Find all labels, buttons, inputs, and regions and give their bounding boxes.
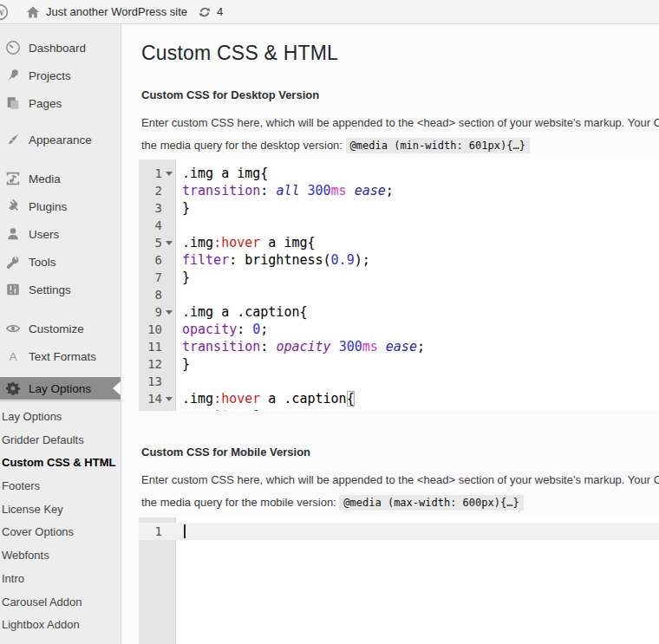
code-line-content — [176, 523, 186, 540]
sidebar-item-settings[interactable]: Settings — [0, 276, 121, 303]
updates-icon[interactable] — [198, 5, 212, 19]
description-line: Enter custom CSS here, which will be app… — [141, 112, 659, 134]
code-line[interactable]: 13 — [139, 373, 659, 390]
site-title-link[interactable]: Just another WordPress site — [46, 0, 187, 24]
code-line[interactable]: 3} — [139, 199, 659, 217]
sidebar-item-tools[interactable]: Tools — [0, 248, 121, 276]
update-count-badge[interactable]: 4 — [217, 0, 223, 24]
code-line[interactable]: 4 — [139, 217, 659, 234]
sidebar-item-label: Tools — [29, 256, 56, 269]
active-item-arrow — [113, 381, 121, 395]
code-token-prop: opacity — [182, 322, 237, 337]
code-token-unit: ms — [331, 183, 347, 198]
line-number-gutter-cell: 1 — [139, 165, 176, 182]
fold-arrow-icon[interactable] — [162, 234, 174, 251]
sidebar-item-label: Pages — [29, 97, 62, 110]
appearance-icon — [4, 131, 22, 148]
line-number: 7 — [139, 269, 162, 286]
code-token-plain — [378, 339, 386, 355]
sidebar-item-pages[interactable]: Pages — [0, 89, 121, 117]
code-line[interactable]: 15opacity: 1; — [139, 407, 659, 411]
editor-scroll-area: 1 — [139, 517, 659, 540]
code-line[interactable]: 7} — [139, 269, 659, 286]
code-line[interactable]: 10opacity: 0; — [139, 321, 659, 338]
sidebar-item-projects[interactable]: Projects — [0, 62, 121, 89]
code-token-plain — [331, 339, 339, 355]
submenu-item-footers[interactable]: Footers — [2, 475, 121, 498]
sidebar-item-label: Media — [29, 172, 61, 185]
code-token-plain: } — [182, 270, 190, 285]
submenu-item-webfonts[interactable]: Webfonts — [2, 544, 121, 568]
code-line[interactable]: 12} — [139, 355, 659, 373]
fold-arrow-placeholder — [162, 251, 174, 269]
code-token-num: 0.9 — [331, 252, 355, 268]
code-token-pseudo: :hover — [213, 235, 260, 250]
code-line[interactable]: 2transition: all 300ms ease; — [139, 182, 659, 199]
sidebar-item-label: Lay Options — [29, 382, 91, 395]
code-token-brace: { — [347, 391, 355, 407]
sidebar-submenu: Lay OptionsGridder DefaultsCustom CSS & … — [0, 401, 121, 637]
submenu-item-lay-options[interactable]: Lay Options — [2, 406, 121, 429]
code-line-content: transition: opacity 300ms ease; — [176, 338, 425, 355]
code-token-plain: .img a .caption{ — [182, 304, 308, 320]
submenu-item-lightbox-addon[interactable]: Lightbox Addon — [2, 614, 121, 637]
plugins-icon — [4, 198, 22, 215]
sidebar-item-plugins[interactable]: Plugins — [0, 192, 121, 220]
submenu-item-custom-css-html[interactable]: Custom CSS & HTML — [2, 452, 121, 475]
sidebar-item-users[interactable]: Users — [0, 220, 121, 248]
dashboard-icon — [4, 39, 22, 56]
desktop-css-code-editor[interactable]: 1.img a img{2transition: all 300ms ease;… — [139, 159, 659, 411]
sidebar-item-media[interactable]: Media — [0, 165, 121, 192]
mobile-css-code-editor[interactable]: 1 — [139, 517, 659, 644]
code-line[interactable]: 11transition: opacity 300ms ease; — [139, 338, 659, 355]
code-token-plain: .img a img{ — [182, 166, 268, 181]
code-token-plain: : — [260, 339, 276, 355]
submenu-item-gridder-defaults[interactable]: Gridder Defaults — [2, 429, 121, 452]
code-token-plain: .img — [182, 235, 213, 250]
sidebar-item-lay-options[interactable]: Lay Options — [0, 377, 121, 400]
settings-icon — [4, 281, 22, 298]
code-line[interactable]: 1 — [139, 523, 659, 540]
sidebar-item-customize[interactable]: Customize — [0, 315, 121, 342]
code-token-plain — [299, 183, 307, 198]
code-line[interactable]: 9.img a .caption{ — [139, 303, 659, 321]
code-line[interactable]: 1.img a img{ — [139, 165, 659, 182]
text-cursor — [184, 524, 186, 538]
code-line[interactable]: 14.img:hover a .caption{ — [139, 390, 659, 407]
code-line-content: .img:hover a img{ — [176, 234, 316, 251]
tools-icon — [4, 253, 22, 270]
fold-arrow-placeholder — [162, 182, 174, 199]
fold-arrow-placeholder — [162, 199, 174, 217]
submenu-item-cover-options[interactable]: Cover Options — [2, 521, 121, 544]
line-number-gutter-cell: 4 — [139, 217, 176, 234]
code-line[interactable]: 8 — [139, 286, 659, 303]
code-token-prop: opacity — [182, 408, 237, 411]
code-line[interactable]: 6filter: brightness(0.9); — [139, 251, 659, 269]
admin-sidebar: Dashboard Projects Pages — [0, 24, 121, 644]
fold-arrow-placeholder — [162, 286, 174, 303]
submenu-item-intro[interactable]: Intro — [2, 568, 121, 591]
submenu-item-carousel-addon[interactable]: Carousel Addon — [2, 591, 121, 615]
home-icon[interactable] — [26, 5, 40, 19]
sidebar-item-text-formats[interactable]: A Text Formats — [0, 342, 121, 370]
code-token-prop: transition — [182, 183, 260, 198]
code-token-prop: filter — [182, 252, 229, 268]
pages-icon — [4, 94, 22, 112]
code-line-content — [176, 286, 182, 303]
fold-arrow-icon[interactable] — [162, 165, 174, 182]
code-line-content: opacity: 0; — [176, 321, 268, 338]
sidebar-item-dashboard[interactable]: Dashboard — [0, 34, 121, 62]
description-line: the media query for the mobile version: … — [141, 491, 659, 514]
media-icon — [4, 170, 22, 187]
submenu-item-license-key[interactable]: License Key — [2, 498, 121, 522]
fold-arrow-icon[interactable] — [162, 303, 174, 321]
fold-arrow-icon[interactable] — [162, 390, 174, 407]
line-number: 9 — [139, 303, 162, 321]
wordpress-logo-icon[interactable]: W — [0, 3, 9, 21]
desktop-css-description: Enter custom CSS here, which will be app… — [141, 112, 659, 157]
code-line[interactable]: 5.img:hover a img{ — [139, 234, 659, 251]
sidebar-item-appearance[interactable]: Appearance — [0, 126, 121, 153]
line-number-gutter-cell: 7 — [139, 269, 176, 286]
line-number: 12 — [139, 355, 162, 373]
code-token-atom: all — [276, 183, 299, 198]
